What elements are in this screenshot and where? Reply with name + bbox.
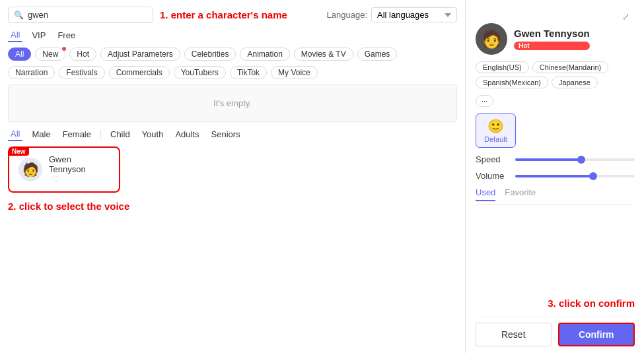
gender-tab-youth[interactable]: Youth [139,128,166,141]
cat-tag-games[interactable]: Games [357,48,398,61]
top-row: 🔍 1. enter a character's name Language: … [8,7,457,23]
voice-info: Gwen Tennyson ♡ [49,154,110,185]
cat-tag-animation[interactable]: Animation [240,48,289,61]
tier-tab-free[interactable]: Free [55,29,78,42]
lang-tag-chinese[interactable]: Chinese(Mandarin) [532,61,609,73]
spacer [476,211,635,291]
cat-tag-hot[interactable]: Hot [69,48,96,61]
bottom-actions: Reset Confirm [476,317,635,346]
expand-icon[interactable]: ⤢ [622,12,629,22]
profile-header: 🧑 Gwen Tennyson Hot [476,23,635,55]
gender-tab-male[interactable]: Male [29,128,53,141]
lang-tags: English(US) Chinese(Mandarin) Spanish(Me… [476,61,635,88]
tab-used[interactable]: Used [476,187,495,201]
cat-tag-myvoice[interactable]: My Voice [271,66,318,79]
voice-card-gwen[interactable]: New 🧑 Gwen Tennyson ♡ [8,146,120,193]
tier-tab-all[interactable]: All [8,28,22,42]
speed-track[interactable] [515,158,635,161]
voice-avatar: 🧑 [18,158,42,181]
volume-fill [515,175,593,177]
gender-tab-female[interactable]: Female [60,128,94,141]
speed-label: Speed [476,154,509,164]
cat-tag-narration[interactable]: Narration [8,66,55,79]
tier-tabs: All VIP Free [8,28,457,42]
speed-slider-row: Speed [476,154,635,164]
instruction-step2: 2. click to select the voice [8,201,457,212]
cat-tag-new[interactable]: New [35,48,65,61]
emotion-default-btn[interactable]: 🙂 Default [476,113,516,148]
voice-grid: New 🧑 Gwen Tennyson ♡ [8,146,457,193]
left-panel: 🔍 1. enter a character's name Language: … [0,0,466,353]
gender-tab-all[interactable]: All [8,127,22,141]
volume-thumb[interactable] [589,172,597,180]
empty-state: It's empty. [8,84,457,122]
cat-tag-commercials[interactable]: Commercials [109,66,170,79]
emotion-row: 🙂 Default [476,113,635,148]
gender-row: All Male Female Child Youth Adults Senio… [8,127,457,141]
volume-label: Volume [476,171,509,181]
lang-tag-english[interactable]: English(US) [476,61,529,73]
emotion-emoji: 🙂 [487,118,504,134]
cat-tag-tiktok[interactable]: TikTok [230,66,267,79]
tab-favorite[interactable]: Favorite [505,187,536,201]
voice-name: Gwen Tennyson [49,154,110,174]
new-badge: New [9,147,29,156]
speed-fill [515,158,581,161]
lang-tag-more[interactable]: ··· [476,95,493,107]
instruction-step3: 3. click on confirm [476,298,635,309]
gender-tab-child[interactable]: Child [108,128,133,141]
profile-name: Gwen Tennyson [514,28,590,39]
category-row-2: Narration Festivals Commercials YouTuber… [8,66,457,79]
right-panel: ⤢ 🧑 Gwen Tennyson Hot English(US) Chines… [466,0,644,353]
tier-tab-vip[interactable]: VIP [29,29,48,42]
volume-track[interactable] [515,175,635,177]
used-fav-tabs: Used Favorite [476,187,635,205]
search-icon: 🔍 [14,11,24,20]
language-selector-row: Language: All languages [327,7,457,22]
lang-tag-japanese[interactable]: Japanese [552,77,598,88]
gender-tab-adults[interactable]: Adults [172,128,201,141]
volume-slider-row: Volume [476,171,635,181]
language-select[interactable]: All languages [371,7,457,22]
slider-section: Speed Volume [476,154,635,181]
category-row-1: All New Hot Adjust Parameters Celebritie… [8,48,457,61]
language-label: Language: [327,10,367,20]
cat-tag-adjust[interactable]: Adjust Parameters [100,48,180,61]
emotion-label: Default [484,135,507,143]
cat-tag-celebrities[interactable]: Celebrities [184,48,236,61]
hot-badge: Hot [514,42,590,50]
lang-tag-spanish[interactable]: Spanish(Mexican) [476,77,548,88]
cat-tag-all[interactable]: All [8,48,31,61]
profile-avatar: 🧑 [476,23,507,55]
cat-tag-movies[interactable]: Movies & TV [294,48,353,61]
cat-tag-festivals[interactable]: Festivals [59,66,104,79]
reset-button[interactable]: Reset [476,323,552,346]
cat-tag-youtubers[interactable]: YouTubers [174,66,226,79]
divider [100,130,101,139]
heart-icon[interactable]: ♡ [52,174,110,185]
lang-tags-more: ··· [476,95,635,107]
instruction-step1: 1. enter a character's name [160,9,287,20]
profile-name-block: Gwen Tennyson Hot [514,28,590,50]
search-input[interactable] [28,10,147,20]
search-box[interactable]: 🔍 [8,7,153,23]
confirm-button[interactable]: Confirm [558,323,635,346]
speed-thumb[interactable] [577,156,585,164]
gender-tab-seniors[interactable]: Seniors [209,128,243,141]
